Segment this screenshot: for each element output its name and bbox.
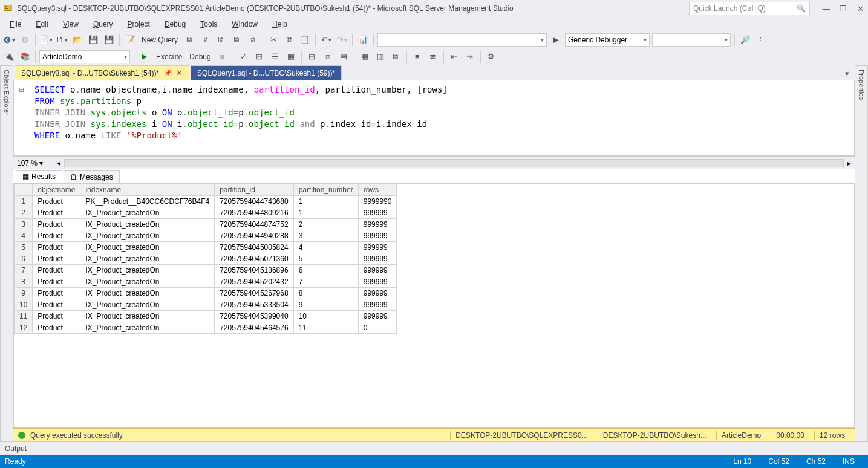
cell[interactable]: Product (33, 242, 80, 253)
row-number[interactable]: 7 (15, 265, 33, 276)
redo-button[interactable]: ↷▾ (335, 33, 348, 47)
database-select[interactable]: ArticleDemo ▾ (39, 50, 130, 63)
cell[interactable]: IX_Product_createdOn (80, 230, 215, 242)
row-number[interactable]: 8 (15, 276, 33, 288)
cell[interactable]: 5 (293, 253, 358, 265)
quick-launch-input[interactable]: Quick Launch (Ctrl+Q) 🔍 (689, 2, 810, 15)
row-number[interactable]: 12 (15, 322, 33, 334)
messages-tab[interactable]: 🗒 Messages (64, 170, 120, 183)
cell[interactable]: 999999 (358, 242, 397, 253)
find-button[interactable]: 🔎 (739, 33, 752, 47)
cell[interactable]: Product (33, 299, 80, 311)
row-number[interactable]: 1 (15, 196, 33, 207)
intellisense-button[interactable]: ▦ (284, 50, 298, 63)
close-button[interactable]: ✕ (856, 4, 864, 13)
comment-button[interactable]: ≡ (411, 50, 424, 63)
specify-values-button[interactable]: ⚙ (485, 50, 498, 63)
row-number[interactable]: 6 (15, 253, 33, 265)
output-panel-header[interactable]: Output (0, 441, 868, 455)
cell[interactable]: Product (33, 196, 80, 207)
table-row[interactable]: 10ProductIX_Product_createdOn72057594045… (15, 299, 397, 311)
parse-button[interactable]: ✓ (237, 50, 250, 63)
cell[interactable]: 7 (293, 276, 358, 288)
cell[interactable]: PK__Product__B40CC6CDCF76B4F4 (80, 196, 215, 207)
cell[interactable]: 999999 (358, 311, 397, 322)
cell[interactable]: 72057594044874752 (215, 219, 293, 230)
execute-button[interactable]: Execute (154, 51, 184, 62)
cell[interactable]: 1 (293, 196, 358, 207)
table-row[interactable]: 11ProductIX_Product_createdOn72057594045… (15, 311, 397, 322)
cell[interactable]: 4 (293, 242, 358, 253)
cell[interactable]: IX_Product_createdOn (80, 276, 215, 288)
cell[interactable]: 999999 (358, 230, 397, 242)
save-button[interactable]: 💾 (86, 33, 100, 47)
cell[interactable]: 72057594045333504 (215, 299, 293, 311)
script-mdx-button[interactable]: 🗎 (198, 33, 212, 47)
cell[interactable]: IX_Product_createdOn (80, 288, 215, 299)
debug-button[interactable]: Debug (187, 51, 213, 62)
cell[interactable]: 1 (293, 207, 358, 219)
client-stats-button[interactable]: ▤ (337, 50, 350, 63)
cell[interactable]: 11 (293, 322, 358, 334)
cell[interactable]: 72057594045464576 (215, 322, 293, 334)
menu-help[interactable]: Help (266, 19, 293, 30)
row-number[interactable]: 4 (15, 230, 33, 242)
menu-edit[interactable]: Edit (30, 19, 54, 30)
column-header[interactable]: partition_id (215, 184, 293, 196)
column-header[interactable]: indexname (80, 184, 215, 196)
menu-window[interactable]: Window (226, 19, 264, 30)
results-text-button[interactable]: ▥ (374, 50, 387, 63)
copy-button[interactable]: ⧉ (282, 33, 296, 47)
results-file-button[interactable]: 🗎 (390, 50, 403, 63)
cell[interactable]: 999999 (358, 207, 397, 219)
activity-monitor-button[interactable]: 📊 (356, 33, 370, 47)
new-project-button[interactable]: 📄▾ (39, 33, 53, 47)
table-row[interactable]: 7ProductIX_Product_createdOn720575940451… (15, 265, 397, 276)
sql-editor[interactable]: ⊟SELECT o.name objectname,i.name indexna… (13, 80, 855, 156)
cell[interactable]: 9999990 (358, 196, 397, 207)
pin-icon[interactable]: 📌 (164, 70, 171, 76)
table-row[interactable]: 3ProductIX_Product_createdOn720575940448… (15, 219, 397, 230)
cell[interactable]: Product (33, 230, 80, 242)
cell[interactable]: 2 (293, 219, 358, 230)
uncomment-button[interactable]: ≢ (426, 50, 440, 63)
cell[interactable]: 6 (293, 265, 358, 276)
zoom-level-select[interactable]: 107 % ▾ (17, 159, 53, 167)
table-row[interactable]: 4ProductIX_Product_createdOn720575940449… (15, 230, 397, 242)
nav-back-button[interactable]: ▾ (2, 33, 16, 47)
cell[interactable]: 8 (293, 288, 358, 299)
new-query-button[interactable]: New Query (139, 34, 180, 45)
save-all-button[interactable]: 💾 (102, 33, 116, 47)
maximize-button[interactable]: ❐ (839, 4, 847, 13)
object-explorer-tab[interactable]: Object Explorer (0, 65, 13, 441)
menu-view[interactable]: View (57, 19, 85, 30)
cell[interactable]: 999999 (358, 253, 397, 265)
query-options-button[interactable]: ☰ (269, 50, 282, 63)
menu-tools[interactable]: Tools (194, 19, 223, 30)
cell[interactable]: 9 (293, 299, 358, 311)
scroll-right-icon[interactable]: ▸ (847, 159, 851, 167)
row-number[interactable]: 3 (15, 219, 33, 230)
script-dmx-button[interactable]: 🗎 (214, 33, 227, 47)
results-tab[interactable]: ▦ Results (16, 170, 62, 183)
tab-sqlquery1[interactable]: SQLQuery1.sql - D...UTBO\Sukesh1 (59))* (191, 65, 342, 80)
cell[interactable]: 3 (293, 230, 358, 242)
cell[interactable]: IX_Product_createdOn (80, 242, 215, 253)
cell[interactable]: IX_Product_createdOn (80, 311, 215, 322)
cut-button[interactable]: ✂ (267, 33, 280, 47)
cell[interactable]: Product (33, 219, 80, 230)
cell[interactable]: IX_Product_createdOn (80, 253, 215, 265)
row-number[interactable]: 10 (15, 299, 33, 311)
table-row[interactable]: 6ProductIX_Product_createdOn720575940450… (15, 253, 397, 265)
cell[interactable]: 72057594045202432 (215, 276, 293, 288)
overflow-icon[interactable]: ⠇ (754, 33, 768, 47)
new-item-button[interactable]: 🗋▾ (55, 33, 68, 47)
decrease-indent-button[interactable]: ⇤ (448, 50, 461, 63)
cell[interactable]: Product (33, 265, 80, 276)
script-xmla-button[interactable]: 🗎 (230, 33, 243, 47)
row-number[interactable]: 5 (15, 242, 33, 253)
cell[interactable]: Product (33, 288, 80, 299)
close-tab-icon[interactable]: ✕ (176, 68, 183, 77)
table-row[interactable]: 12ProductIX_Product_createdOn72057594045… (15, 322, 397, 334)
cell[interactable]: 72057594045267968 (215, 288, 293, 299)
